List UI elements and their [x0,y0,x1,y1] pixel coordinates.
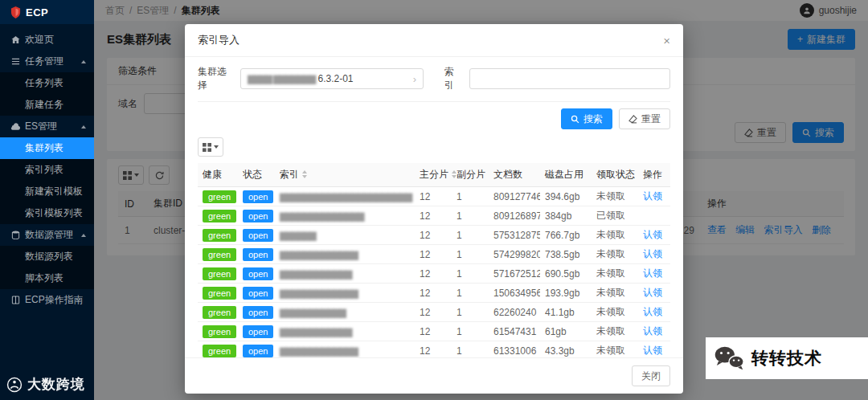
state-badge: open [243,229,273,242]
operation-column-header: 操作 [638,163,670,187]
modal-column-settings-button[interactable] [198,137,223,157]
index-table-row: greenopen▇▇▇▇▇▇121575312875766.7gb未领取认领 [198,226,670,245]
chevron-right-icon: › [413,73,416,85]
watermark-bottom-right: 转转技术 [706,337,868,379]
chevron-up-icon [81,60,86,63]
sidebar-item-task-new[interactable]: 新建任务 [0,94,94,116]
sidebar-group-label: 数据源管理 [25,228,73,242]
health-badge: green [203,248,236,261]
modal-search-button[interactable]: 搜索 [561,108,612,129]
sidebar: ECP 欢迎页 任务管理 任务列表 新建任务 ES管理 集群列表 索引列表 新建… [0,0,94,400]
sidebar-group-label: 任务管理 [25,55,63,68]
sidebar-item-datasource-list[interactable]: 数据源列表 [0,246,94,267]
index-name-redacted: ▇▇▇▇▇▇▇▇▇▇▇ [280,308,346,317]
claim-link[interactable]: 认领 [643,229,662,240]
state-badge: open [243,190,273,203]
health-badge: green [203,229,236,242]
docs-column-header: 文档数 [489,163,540,187]
index-name-redacted: ▇▇▇▇▇▇▇▇▇▇▇▇▇ [280,250,358,259]
list-icon [10,57,20,66]
health-badge: green [203,325,236,338]
sidebar-item-cluster-list[interactable]: 集群列表 [0,137,94,159]
index-table-row: greenopen▇▇▇▇▇▇▇▇▇▇▇▇▇121150634956193.9g… [198,284,670,303]
state-badge: open [243,248,273,261]
sidebar-item-label: 新建索引模板 [25,185,83,198]
app-logo: ECP [0,0,94,24]
index-input[interactable] [469,68,671,89]
modal-index-table-body: greenopen▇▇▇▇▇▇▇▇▇▇▇▇▇▇▇▇▇▇▇▇▇▇121809127… [198,187,670,358]
sidebar-item-label: ECP操作指南 [25,293,84,307]
sidebar-group-task[interactable]: 任务管理 [0,51,94,72]
index-import-modal: 索引导入 × 集群选择 ▇▇▇▇ ▇▇▇▇▇▇▇ 6.3.2-01 › 索引 [185,24,683,394]
claim-link[interactable]: 认领 [643,287,662,298]
dashukuajing-logo-icon [6,377,23,393]
index-label: 索引 [444,65,463,92]
watermark-left-text: 大数跨境 [27,375,85,394]
index-name-redacted: ▇▇▇▇▇▇▇▇▇▇▇▇ [280,327,352,337]
index-name-redacted: ▇▇▇▇▇▇▇▇▇▇▇▇ [280,269,352,279]
index-table: 健康 状态 索引 主分片 副分片 文档数 磁盘占用 领取状态 操作 greeno… [198,163,670,357]
index-name-redacted: ▇▇▇▇▇▇▇▇▇▇▇▇▇ [280,288,358,298]
claim-link[interactable]: 认领 [643,248,662,259]
state-column-header[interactable]: 状态 [238,163,275,187]
sidebar-item-label: 任务列表 [25,76,63,90]
sidebar-item-script-list[interactable]: 脚本列表 [0,267,94,289]
health-badge: green [203,210,236,222]
replica-shards-column-header: 副分片 [452,163,489,187]
index-name-redacted: ▇▇▇▇▇▇▇▇▇▇▇▇▇ [280,346,358,356]
app-logo-text: ECP [26,6,48,18]
sidebar-item-label: 索引模板列表 [25,206,83,220]
chevron-up-icon [81,234,86,237]
cluster-name-suffix: 6.3.2-01 [317,73,353,84]
state-badge: open [243,345,273,357]
index-table-row: greenopen▇▇▇▇▇▇▇▇▇▇▇▇▇▇121809126897384gb… [198,206,670,226]
close-icon[interactable]: × [663,35,670,47]
modal-close-button[interactable]: 关闭 [632,365,670,386]
index-table-row: greenopen▇▇▇▇▇▇▇▇▇▇▇▇▇1216133100643.3gb未… [198,341,670,358]
state-badge: open [243,325,273,338]
home-icon [10,35,20,44]
sidebar-item-label: 脚本列表 [25,271,63,285]
sidebar-group-es[interactable]: ES管理 [0,116,94,137]
grid-icon [203,143,211,152]
sidebar-item-welcome[interactable]: 欢迎页 [0,29,94,51]
index-name-redacted: ▇▇▇▇▇▇▇▇▇▇▇▇▇▇▇▇▇▇▇▇▇▇ [280,192,411,202]
sidebar-item-task-list[interactable]: 任务列表 [0,72,94,94]
search-icon [571,115,579,124]
sidebar-item-index-list[interactable]: 索引列表 [0,159,94,181]
sidebar-item-index-template-list[interactable]: 索引模板列表 [0,202,94,224]
cloud-icon [10,123,20,130]
sidebar-item-label: 集群列表 [25,141,63,155]
index-table-row: greenopen▇▇▇▇▇▇▇▇▇▇▇▇121571672512690.5gb… [198,264,670,284]
index-table-row: greenopen▇▇▇▇▇▇▇▇▇▇▇▇1216154743161gb未领取认… [198,322,670,341]
sidebar-item-label: 数据源列表 [25,250,73,263]
primary-shards-column-header[interactable]: 主分片 [415,163,452,187]
database-icon [10,231,20,239]
health-badge: green [203,287,236,300]
claim-link[interactable]: 认领 [643,190,662,202]
claim-link[interactable]: 认领 [643,345,662,356]
sidebar-item-index-template-new[interactable]: 新建索引模板 [0,181,94,202]
modal-reset-button[interactable]: 重置 [619,108,670,129]
sidebar-item-label: 欢迎页 [25,33,54,47]
claim-link[interactable]: 认领 [643,306,662,317]
reset-label: 重置 [641,114,661,124]
book-icon [10,296,20,304]
chevron-up-icon [81,125,86,129]
claim-status-column-header: 领取状态 [592,163,638,187]
state-badge: open [243,210,273,222]
health-column-header[interactable]: 健康 [198,163,238,187]
sidebar-menu: 欢迎页 任务管理 任务列表 新建任务 ES管理 集群列表 索引列表 新建索引模板… [0,29,94,311]
sidebar-group-datasource[interactable]: 数据源管理 [0,224,94,246]
index-table-row: greenopen▇▇▇▇▇▇▇▇▇▇▇▇▇▇▇▇▇▇▇▇▇▇121809127… [198,187,670,206]
index-name-redacted: ▇▇▇▇▇▇▇▇▇▇▇▇▇▇ [280,211,363,221]
sort-icon[interactable] [301,169,308,181]
index-column-header[interactable]: 索引 [275,163,415,187]
claim-link[interactable]: 认领 [643,325,662,337]
cluster-select[interactable]: ▇▇▇▇ ▇▇▇▇▇▇▇ 6.3.2-01 › [240,68,424,89]
search-label: 搜索 [583,114,603,124]
chevron-down-icon [214,145,219,149]
sidebar-item-guide[interactable]: ECP操作指南 [0,289,94,311]
modal-title: 索引导入 [198,33,240,47]
claim-link[interactable]: 认领 [643,267,662,279]
